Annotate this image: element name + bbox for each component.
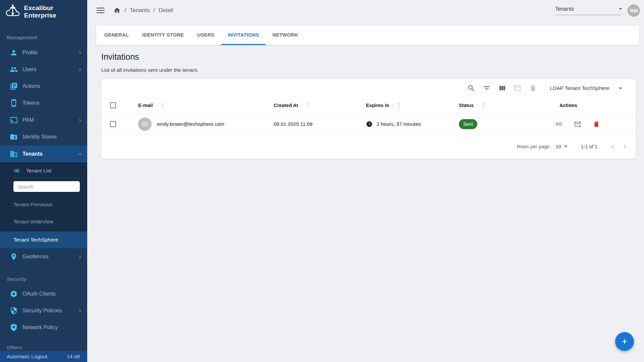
- column-header-created-at: Created At: [274, 103, 298, 108]
- auto-logout-countdown: 14:48: [67, 354, 80, 360]
- select-all-checkbox[interactable]: [110, 102, 116, 108]
- invitation-created-at: 09.01.2025 11:09: [274, 121, 313, 127]
- delete-invitation-icon[interactable]: [593, 120, 600, 128]
- column-header-email: E-mail: [138, 103, 153, 108]
- row-checkbox[interactable]: [110, 121, 116, 127]
- column-menu-icon[interactable]: [307, 103, 309, 108]
- tenant-option-prevision[interactable]: Tenant PreVision: [0, 196, 87, 213]
- sidebar-item-label: Profile: [22, 50, 38, 56]
- chevron-right-icon: [77, 254, 83, 260]
- column-menu-icon[interactable]: [398, 103, 399, 108]
- rows-per-page-select[interactable]: 10: [555, 144, 568, 149]
- column-header-expires-in: Expires In: [366, 103, 389, 108]
- chevron-right-icon: [77, 308, 83, 314]
- filter-icon[interactable]: [483, 84, 491, 92]
- pagination-range: 1-1 of 1: [581, 144, 597, 149]
- sidebar-item-tenant-list[interactable]: Tenant List: [0, 162, 87, 179]
- rows-per-page-value: 10: [555, 144, 561, 149]
- user-avatar[interactable]: RM: [628, 4, 640, 17]
- invitations-card: LDAP Tenant TechSphere E-mail ↑↓ Created…: [101, 79, 636, 159]
- tab-invitations[interactable]: INVITATIONS: [221, 26, 266, 45]
- home-icon[interactable]: [113, 7, 121, 14]
- context-select-value: Tenants: [555, 6, 574, 12]
- sidebar-item-security-policies[interactable]: Security Policies: [0, 302, 87, 319]
- dropdown-caret-icon: [619, 8, 622, 10]
- folder-account-icon: [10, 133, 18, 141]
- sort-icon[interactable]: ↑↓: [301, 103, 303, 108]
- tab-users[interactable]: USERS: [191, 26, 221, 45]
- sidebar: Excalibur Enterprise Management Profile …: [0, 0, 87, 362]
- invitation-avatar: [138, 117, 152, 131]
- auto-logout-bar: Automatic Logout: 14:48: [0, 351, 87, 362]
- add-location-icon: [10, 253, 18, 261]
- tenant-search-input[interactable]: [13, 181, 80, 192]
- resend-invitation-icon[interactable]: [574, 120, 581, 128]
- sidebar-item-users[interactable]: Users: [0, 61, 87, 78]
- sidebar-item-tenants[interactable]: Tenants: [0, 146, 87, 162]
- sort-icon[interactable]: ↑↓: [155, 103, 158, 108]
- table-pagination: Rows per page 10 1-1 of 1: [101, 135, 636, 158]
- menu-toggle-button[interactable]: [97, 6, 105, 15]
- sidebar-item-label: Tenants: [22, 151, 43, 157]
- sidebar-item-profile[interactable]: Profile: [0, 44, 87, 61]
- group-icon: [10, 65, 18, 73]
- breadcrumb-item-tenants[interactable]: Tenants: [130, 7, 150, 14]
- cloud-sword-logo-icon: [5, 4, 21, 19]
- chevron-right-icon: [77, 67, 83, 72]
- app-title: Excalibur Enterprise: [24, 4, 87, 19]
- tenant-option-wideview[interactable]: Tenant WideView: [0, 213, 87, 230]
- sidebar-item-tokens[interactable]: Tokens: [0, 95, 87, 111]
- resend-mail-icon[interactable]: [514, 84, 522, 92]
- sidebar-item-identity-stores[interactable]: Identity Stores: [0, 128, 87, 145]
- smartphone-icon: [10, 99, 18, 107]
- tenant-option-label: Tenant TechSphere: [13, 237, 58, 243]
- shield-icon: [10, 307, 18, 315]
- tab-general[interactable]: GENERAL: [98, 26, 136, 45]
- dropdown-caret-icon: [564, 146, 568, 147]
- sort-icon[interactable]: ↑↓: [391, 103, 394, 108]
- search-icon[interactable]: [467, 84, 475, 92]
- page-subtitle: List of all invitations sent under the t…: [101, 67, 199, 73]
- sidebar-item-actions[interactable]: Actions: [0, 78, 87, 95]
- column-menu-icon[interactable]: [483, 103, 484, 108]
- pagination-controls: [609, 143, 629, 151]
- sidebar-item-geofences[interactable]: Geofences: [0, 248, 87, 265]
- ldap-select-value: LDAP Tenant TechSphere: [550, 85, 609, 91]
- detail-tabs: GENERAL IDENTITY STORE USERS INVITATIONS…: [96, 26, 639, 45]
- sidebar-item-pam[interactable]: PAM: [0, 112, 87, 128]
- tenants-submenu: Tenant List Tenant PreVision Tenant Wide…: [0, 162, 87, 248]
- previous-page-icon[interactable]: [609, 143, 617, 151]
- sidebar-item-label: Geofences: [22, 254, 48, 260]
- tenant-option-techsphere[interactable]: Tenant TechSphere: [0, 231, 87, 248]
- main-area: / Tenants / Detail Tenants RM GENERAL ID…: [87, 0, 644, 362]
- sidebar-item-oauth-clients[interactable]: OAuth Clients: [0, 286, 87, 302]
- mail-icon: [142, 121, 148, 127]
- copy-link-icon[interactable]: [555, 120, 562, 128]
- breadcrumb-item-detail[interactable]: Detail: [159, 7, 173, 14]
- chevron-down-icon: [77, 151, 83, 157]
- library-icon: [10, 82, 18, 90]
- tab-identity-store[interactable]: IDENTITY STORE: [136, 26, 191, 45]
- topbar: / Tenants / Detail Tenants RM: [87, 0, 644, 21]
- columns-icon[interactable]: [498, 84, 506, 92]
- context-select[interactable]: Tenants: [555, 6, 622, 15]
- token-icon: [10, 290, 18, 298]
- delete-icon[interactable]: [529, 84, 537, 92]
- row-actions: [536, 120, 636, 128]
- tab-network[interactable]: NETWORK: [266, 26, 305, 45]
- sidebar-item-label: Security Policies: [22, 308, 62, 314]
- table-toolbar: LDAP Tenant TechSphere: [101, 79, 636, 97]
- column-menu-icon[interactable]: [162, 103, 163, 108]
- section-security-label: Security: [7, 276, 26, 282]
- status-badge: Sent: [459, 119, 477, 129]
- sidebar-item-network-policy[interactable]: Network Policy: [0, 319, 87, 336]
- next-page-icon[interactable]: [621, 143, 629, 151]
- sidebar-item-label: Actions: [22, 83, 40, 89]
- tenant-list-label: Tenant List: [26, 168, 51, 174]
- ldap-select[interactable]: LDAP Tenant TechSphere: [550, 85, 622, 91]
- sidebar-item-label: OAuth Clients: [22, 291, 56, 297]
- sort-icon[interactable]: ↑↓: [476, 103, 479, 108]
- add-invitation-fab[interactable]: +: [615, 332, 634, 351]
- person-icon: [10, 49, 18, 57]
- app-root: Excalibur Enterprise Management Profile …: [0, 0, 644, 362]
